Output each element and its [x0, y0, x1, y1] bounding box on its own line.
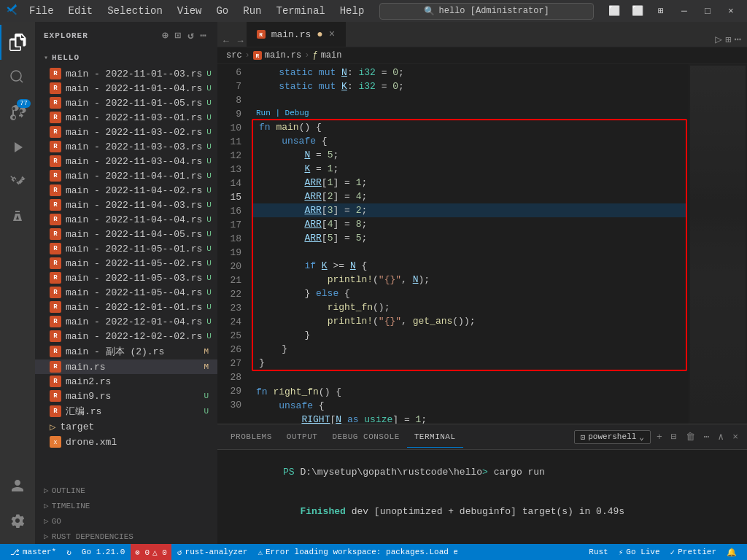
status-branch[interactable]: ⎇ master*: [6, 544, 61, 560]
more-icon[interactable]: ⋯: [734, 32, 741, 47]
list-item[interactable]: R main - 副本 (2).rs M: [35, 343, 217, 359]
menu-terminal[interactable]: Terminal: [271, 2, 329, 20]
panel-tab-debug-console[interactable]: DEBUG CONSOLE: [325, 427, 406, 447]
file-name: main - 2022-11-01--03.rs: [66, 69, 202, 79]
split-terminal-icon[interactable]: ⊟: [668, 429, 680, 444]
terminal-content[interactable]: PS D:\mysetup\gopath\rustcode\hello> car…: [217, 450, 747, 544]
trash-icon[interactable]: 🗑: [683, 430, 698, 444]
list-item[interactable]: R main - 2022-11-01--04.rs U: [35, 81, 217, 96]
list-item[interactable]: R main - 2022-11-04--03.rs U: [35, 198, 217, 212]
list-item[interactable]: R main - 2022-11-05--01.rs U: [35, 241, 217, 256]
collapse-icon[interactable]: ⋯: [199, 28, 209, 43]
run-icon[interactable]: ▷: [715, 32, 722, 47]
activity-extensions[interactable]: [0, 165, 35, 200]
close-icon[interactable]: ×: [329, 28, 335, 40]
list-item[interactable]: R main - 2022-12-02--02.rs U: [35, 329, 217, 343]
status-prettier[interactable]: ✓ Prettier: [666, 544, 721, 560]
list-item-mainrs[interactable]: R main.rs M: [35, 359, 217, 374]
list-item[interactable]: R main - 2022-11-05--02.rs U: [35, 256, 217, 271]
layout-btn[interactable]: ⬜: [604, 4, 624, 18]
tab-nav-forward[interactable]: →: [235, 36, 247, 47]
layout-btn2[interactable]: ⬜: [627, 4, 648, 18]
status-language[interactable]: Rust: [584, 544, 612, 560]
menu-edit[interactable]: Edit: [64, 2, 98, 20]
list-item[interactable]: R 汇编.rs U: [35, 403, 217, 419]
minimize-btn[interactable]: ─: [674, 4, 694, 18]
status-golive[interactable]: ⚡ Go Live: [614, 544, 665, 560]
list-item[interactable]: R main - 2022-11-04--05.rs U: [35, 227, 217, 241]
menu-view[interactable]: View: [173, 2, 206, 20]
status-rust-analyzer[interactable]: ↺ rust-analyzer: [173, 544, 252, 560]
list-item[interactable]: R main2.rs: [35, 374, 217, 389]
go-section[interactable]: ▷ GO: [35, 513, 217, 529]
activity-explorer[interactable]: [0, 25, 35, 60]
editor-area: ← → R main.rs ● × ▷ ⊞ ⋯ src › R main.rs …: [217, 22, 747, 544]
list-item[interactable]: R main - 2022-11-03--03.rs U: [35, 139, 217, 154]
tab-mainrs[interactable]: R main.rs ● ×: [247, 22, 346, 47]
panel-tab-output[interactable]: OUTPUT: [279, 427, 325, 447]
hello-section-header[interactable]: ▾ HELLO: [35, 50, 217, 65]
error-msg-text: Error loading workspace: packages.Load e…: [266, 548, 457, 556]
code-content[interactable]: static mut N: i32 = 0; static mut K: i32…: [250, 64, 689, 424]
split-icon[interactable]: ⊞: [725, 34, 731, 46]
powershell-label[interactable]: ⊡ powershell ⌄: [574, 430, 651, 444]
activity-test[interactable]: [0, 200, 35, 235]
list-item[interactable]: R main - 2022-11-01--05.rs U: [35, 96, 217, 110]
add-terminal-icon[interactable]: +: [654, 430, 665, 444]
list-item[interactable]: R main - 2022-12-01--01.rs U: [35, 300, 217, 314]
list-item[interactable]: R main9.rs U: [35, 389, 217, 403]
file-name: main - 2022-12-01--01.rs: [66, 302, 202, 313]
status-errors[interactable]: ⊗ 0 △ 0: [131, 544, 171, 560]
code-line-16: ARR[4] = 8;: [253, 217, 686, 231]
rust-deps-section[interactable]: ▷ RUST DEPENDENCIES: [35, 529, 217, 544]
status-error-msg[interactable]: ⚠ Error loading workspace: packages.Load…: [253, 544, 457, 560]
new-folder-icon[interactable]: ⊡: [174, 28, 183, 43]
activity-search[interactable]: [0, 60, 35, 95]
outline-section[interactable]: ▷ OUTLINE: [35, 483, 217, 498]
list-item[interactable]: R main - 2022-11-03--01.rs U: [35, 110, 217, 125]
layout-btn3[interactable]: ⊞: [651, 4, 671, 18]
menu-go[interactable]: Go: [212, 2, 233, 20]
list-item[interactable]: R main - 2022-11-01--03.rs U: [35, 66, 217, 81]
list-item[interactable]: R main - 2022-11-04--02.rs U: [35, 183, 217, 198]
list-item[interactable]: R main - 2022-11-04--04.rs U: [35, 212, 217, 227]
list-item[interactable]: R main - 2022-12-01--04.rs U: [35, 314, 217, 329]
activity-run[interactable]: [0, 130, 35, 165]
list-item[interactable]: R main - 2022-11-05--03.rs U: [35, 271, 217, 285]
close-panel-icon[interactable]: ×: [729, 430, 741, 444]
activity-source-control[interactable]: 77: [0, 95, 35, 130]
title-search[interactable]: 🔍 hello [Administrator]: [379, 3, 594, 20]
tab-nav-back[interactable]: ←: [217, 36, 235, 47]
status-go-version[interactable]: Go 1.21.0: [77, 544, 129, 560]
list-item[interactable]: R main - 2022-11-04--01.rs U: [35, 168, 217, 183]
panel-tab-terminal[interactable]: TERMINAL: [407, 427, 463, 448]
menu-help[interactable]: Help: [336, 2, 369, 20]
list-item[interactable]: R main - 2022-11-05--04.rs U: [35, 285, 217, 300]
activity-accounts[interactable]: [0, 468, 35, 503]
list-item[interactable]: R main - 2022-11-03--04.rs U: [35, 154, 217, 168]
breadcrumb-fn[interactable]: main: [321, 50, 342, 61]
maximize-panel-icon[interactable]: ∧: [715, 429, 727, 444]
refresh-icon[interactable]: ↺: [186, 28, 196, 43]
status-sync[interactable]: ↻: [62, 544, 76, 560]
more-actions-icon[interactable]: ⋯: [701, 429, 713, 444]
breadcrumb-src[interactable]: src: [226, 50, 242, 61]
rust-icon: R: [50, 126, 61, 138]
menu-run[interactable]: Run: [239, 2, 266, 20]
list-item[interactable]: R main - 2022-11-03--02.rs U: [35, 125, 217, 139]
panel-tab-problems[interactable]: PROBLEMS: [223, 427, 279, 447]
status-bell[interactable]: 🔔: [722, 544, 741, 560]
close-btn[interactable]: ×: [721, 4, 741, 18]
new-file-icon[interactable]: ⊕: [160, 28, 170, 43]
list-item-drone[interactable]: X drone.xml: [35, 435, 217, 449]
timeline-section[interactable]: ▷ TIMELINE: [35, 498, 217, 513]
activity-settings[interactable]: [0, 503, 35, 538]
run-debug-hint[interactable]: Run | Debug: [250, 107, 689, 119]
maximize-btn[interactable]: □: [697, 4, 718, 18]
sync-icon: ↻: [66, 548, 71, 557]
menu-file[interactable]: File: [25, 2, 58, 20]
menu-selection[interactable]: Selection: [103, 2, 167, 20]
list-item-target[interactable]: ▷ target: [35, 419, 217, 435]
branch-name: master*: [23, 548, 56, 556]
breadcrumb-file[interactable]: main.rs: [265, 50, 301, 61]
